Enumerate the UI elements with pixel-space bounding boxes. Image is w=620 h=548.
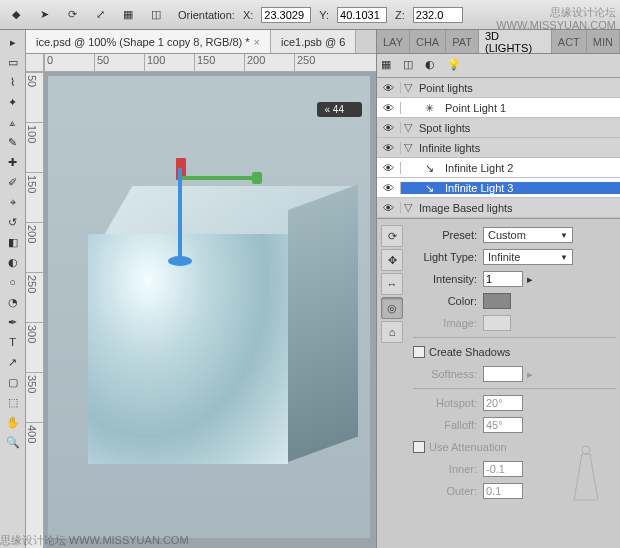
lasso-tool[interactable]: ⌇ <box>2 72 24 92</box>
light-point-at-tool[interactable]: ◎ <box>381 297 403 319</box>
light-item-infinite-2[interactable]: 👁 ↘Infinite Light 2 <box>377 158 620 178</box>
light-home-tool[interactable]: ⌂ <box>381 321 403 343</box>
gizmo-y-axis[interactable] <box>178 168 182 258</box>
group-image-based-lights[interactable]: 👁 ▽ Image Based lights <box>377 198 620 218</box>
light-item-infinite-3[interactable]: 👁 ↘Infinite Light 3 <box>377 178 620 198</box>
panel-tab-3d-lights[interactable]: 3D (LIGHTS) <box>479 30 552 53</box>
lighttype-select[interactable]: Infinite▼ <box>483 249 573 265</box>
dodge-tool[interactable]: ◔ <box>2 292 24 312</box>
hotspot-label: Hotspot: <box>413 397 477 409</box>
visibility-icon[interactable]: 👁 <box>377 142 401 154</box>
filter-scene-icon[interactable]: ▦ <box>381 58 397 74</box>
preset-select[interactable]: Custom▼ <box>483 227 573 243</box>
move-tool[interactable]: ▸ <box>2 32 24 52</box>
intensity-input[interactable] <box>483 271 523 287</box>
light-item-point-1[interactable]: 👁 ✳Point Light 1 <box>377 98 620 118</box>
heal-tool[interactable]: ✚ <box>2 152 24 172</box>
group-infinite-lights[interactable]: 👁 ▽ Infinite lights <box>377 138 620 158</box>
document-viewport[interactable]: 050100150200250 50100150200250300350400 … <box>26 54 376 548</box>
zoom-tool[interactable]: 🔍 <box>2 432 24 452</box>
visibility-icon[interactable]: 👁 <box>377 162 401 174</box>
pen-tool[interactable]: ✒ <box>2 312 24 332</box>
panel-tab-actions[interactable]: ACT <box>552 30 587 53</box>
eraser-tool[interactable]: ◧ <box>2 232 24 252</box>
tool-icon-1[interactable]: ➤ <box>34 5 54 25</box>
wand-tool[interactable]: ✦ <box>2 92 24 112</box>
softness-label: Softness: <box>413 368 477 380</box>
visibility-icon[interactable]: 👁 <box>377 202 401 214</box>
marquee-tool[interactable]: ▭ <box>2 52 24 72</box>
group-spot-lights[interactable]: 👁 ▽ Spot lights <box>377 118 620 138</box>
eyedrop-tool[interactable]: ✎ <box>2 132 24 152</box>
blur-tool[interactable]: ○ <box>2 272 24 292</box>
brush-tool[interactable]: ✐ <box>2 172 24 192</box>
canvas[interactable]: « 44 <box>48 76 370 538</box>
panel-tab-channels[interactable]: CHA <box>410 30 446 53</box>
doc-tab-0[interactable]: ice.psd @ 100% (Shape 1 copy 8, RGB/8) *… <box>26 30 271 53</box>
hotspot-input <box>483 395 523 411</box>
chevron-down-icon: ▼ <box>560 253 568 262</box>
svg-point-0 <box>582 446 590 454</box>
tool-icon-2[interactable]: ⟳ <box>62 5 82 25</box>
falloff-label: Falloff: <box>413 419 477 431</box>
light-pan-tool[interactable]: ✥ <box>381 249 403 271</box>
light-slide-tool[interactable]: ↔ <box>381 273 403 295</box>
twisty-icon[interactable]: ▽ <box>401 81 415 94</box>
panel-tab-min[interactable]: MIN <box>587 30 620 53</box>
lighttype-label: Light Type: <box>413 251 477 263</box>
doc-tab-1[interactable]: ice1.psb @ 6 <box>271 30 356 53</box>
z-input[interactable] <box>413 7 463 23</box>
tool-icon-3[interactable]: ⤢ <box>90 5 110 25</box>
twisty-icon[interactable]: ▽ <box>401 201 415 214</box>
panels-dock: LAY CHA PAT 3D (LIGHTS) ACT MIN ▦ ◫ ◐ 💡 … <box>376 30 620 548</box>
intensity-slider-icon[interactable]: ▸ <box>527 273 533 286</box>
intensity-label: Intensity: <box>413 273 477 285</box>
document-tabs: ice.psd @ 100% (Shape 1 copy 8, RGB/8) *… <box>26 30 376 54</box>
ice-cube-object[interactable] <box>88 186 368 466</box>
image-label: Image: <box>413 317 477 329</box>
canvas-area: ice.psd @ 100% (Shape 1 copy 8, RGB/8) *… <box>26 30 376 548</box>
twisty-icon[interactable]: ▽ <box>401 121 415 134</box>
app-icon: ◆ <box>6 5 26 25</box>
shape-tool[interactable]: ▢ <box>2 372 24 392</box>
3d-tool[interactable]: ⬚ <box>2 392 24 412</box>
filter-material-icon[interactable]: ◐ <box>425 58 441 74</box>
color-swatch[interactable] <box>483 293 511 309</box>
crop-tool[interactable]: ⟁ <box>2 112 24 132</box>
type-tool[interactable]: T <box>2 332 24 352</box>
create-shadows-checkbox[interactable] <box>413 346 425 358</box>
stamp-tool[interactable]: ⌖ <box>2 192 24 212</box>
visibility-icon[interactable]: 👁 <box>377 122 401 134</box>
visibility-icon[interactable]: 👁 <box>377 102 401 114</box>
light-rotate-tool[interactable]: ⟳ <box>381 225 403 247</box>
tool-icon-4[interactable]: ▦ <box>118 5 138 25</box>
doc-tab-title: ice.psd @ 100% (Shape 1 copy 8, RGB/8) * <box>36 36 250 48</box>
twisty-icon[interactable]: ▽ <box>401 141 415 154</box>
y-input[interactable] <box>337 7 387 23</box>
filter-light-icon[interactable]: 💡 <box>447 58 463 74</box>
panel-tab-paths[interactable]: PAT <box>446 30 479 53</box>
history-tool[interactable]: ↺ <box>2 212 24 232</box>
x-label: X: <box>243 9 253 21</box>
doc-nav-badge[interactable]: « 44 <box>317 102 362 117</box>
gradient-tool[interactable]: ◐ <box>2 252 24 272</box>
gizmo-x-axis[interactable] <box>180 176 252 180</box>
tool-icon-5[interactable]: ◫ <box>146 5 166 25</box>
close-icon[interactable]: × <box>254 36 260 48</box>
path-tool[interactable]: ↗ <box>2 352 24 372</box>
doc-tab-title: ice1.psb @ 6 <box>281 36 345 48</box>
create-shadows-label: Create Shadows <box>429 346 510 358</box>
use-attenuation-label: Use Attenuation <box>429 441 507 453</box>
color-label: Color: <box>413 295 477 307</box>
light-properties: ⟳ ✥ ↔ ◎ ⌂ Preset: Custom▼ Light Type: In… <box>377 219 620 548</box>
panel-tab-bar: LAY CHA PAT 3D (LIGHTS) ACT MIN <box>377 30 620 54</box>
hand-tool[interactable]: ✋ <box>2 412 24 432</box>
visibility-icon[interactable]: 👁 <box>377 182 401 194</box>
ruler-origin[interactable] <box>26 54 44 72</box>
visibility-icon[interactable]: 👁 <box>377 82 401 94</box>
panel-tab-layers[interactable]: LAY <box>377 30 410 53</box>
x-input[interactable] <box>261 7 311 23</box>
filter-mesh-icon[interactable]: ◫ <box>403 58 419 74</box>
group-point-lights[interactable]: 👁 ▽ Point lights <box>377 78 620 98</box>
preset-label: Preset: <box>413 229 477 241</box>
